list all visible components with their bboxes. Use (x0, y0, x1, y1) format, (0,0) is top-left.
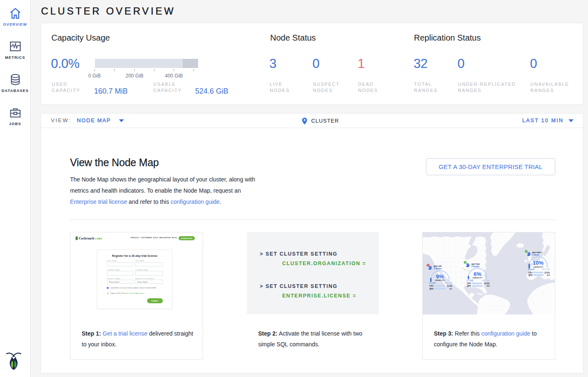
svg-text:42.5%: 42.5% (484, 283, 489, 285)
svg-text:CAPACITY: CAPACITY (472, 277, 483, 279)
svg-text:CAPACITY: CAPACITY (533, 266, 544, 268)
svg-text:2 Nodes: 2 Nodes (434, 267, 442, 270)
svg-text:4.7: 4.7 (450, 288, 452, 290)
svg-text:3.2 GiB: 3.2 GiB (429, 282, 436, 284)
svg-text:CAPACITY: CAPACITY (435, 279, 445, 281)
svg-text:1 Node: 1 Node (532, 254, 539, 256)
svg-text:2 Nodes: 2 Nodes (472, 265, 480, 268)
svg-text:9%: 9% (436, 273, 444, 280)
svg-text:11.0%: 11.0% (447, 285, 452, 287)
svg-text:QPS: QPS (528, 274, 532, 276)
svg-text:34.4 GiB: 34.4 GiB (542, 268, 550, 271)
svg-text:0.0: 0.0 (487, 285, 490, 287)
svg-text:13.3%: 13.3% (544, 272, 549, 274)
svg-text:351 GiB: 351 GiB (445, 282, 452, 284)
svg-text:CPU: CPU (467, 283, 471, 285)
svg-text:0.4: 0.4 (547, 274, 550, 276)
svg-text:43.7 GiB: 43.7 GiB (482, 280, 490, 282)
svg-text:3.6 GiB: 3.6 GiB (528, 268, 535, 271)
svg-text:QPS: QPS (429, 288, 433, 290)
svg-text:QPS: QPS (467, 285, 471, 287)
svg-text:10%: 10% (533, 260, 544, 266)
svg-text:3.7 GiB: 3.7 GiB (466, 280, 473, 282)
svg-text:CPU: CPU (528, 272, 532, 274)
svg-text:CPU: CPU (429, 285, 433, 287)
